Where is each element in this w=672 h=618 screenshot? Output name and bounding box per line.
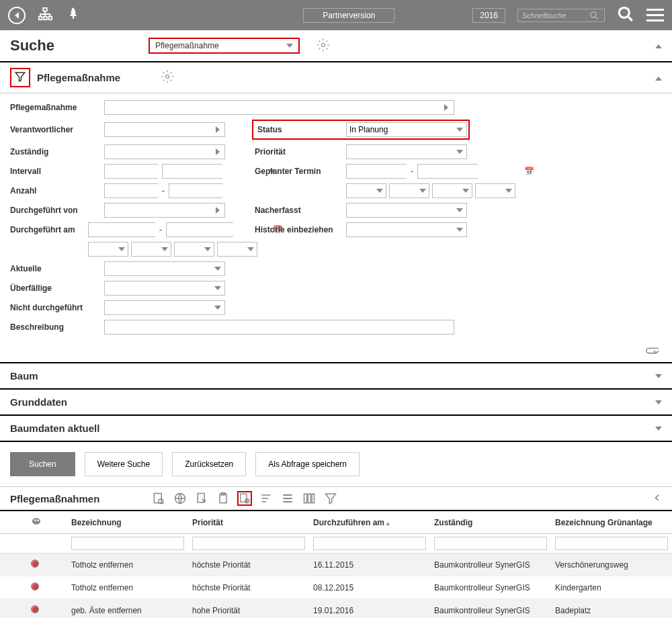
field-termin-from[interactable]: 📅 — [346, 164, 407, 179]
collapse-toggle[interactable] — [655, 73, 662, 83]
input-nicht-durchgefuehrt[interactable] — [105, 301, 211, 314]
table-row[interactable]: geb. Äste entfernen hohe Priorität 19.01… — [0, 599, 672, 619]
input-prioritaet[interactable] — [347, 145, 453, 159]
input-ueberfaellige[interactable] — [105, 281, 211, 295]
search-type-dropdown[interactable]: Pflegemaßnahme — [149, 38, 300, 54]
field-anzahl-to[interactable] — [169, 183, 222, 198]
gear-icon[interactable] — [317, 38, 330, 54]
input-status[interactable] — [347, 123, 453, 136]
input-pflege[interactable] — [105, 101, 439, 114]
partner-version-button[interactable]: Partnerversion — [303, 8, 394, 23]
field-anzahl-from[interactable] — [104, 183, 158, 198]
field-pflege[interactable] — [104, 100, 454, 115]
sort-icon[interactable] — [259, 491, 274, 506]
input-termin-to[interactable] — [418, 165, 524, 178]
cell-zustaendig: Baumkontrolleur SynerGIS — [430, 576, 551, 599]
table-row[interactable]: Totholz entfernen höchste Priorität 16.1… — [0, 554, 672, 576]
field-aktuelle[interactable] — [104, 261, 225, 276]
col-status-icon[interactable] — [0, 511, 27, 534]
filter-gruenanlage[interactable] — [555, 537, 668, 550]
input-verantwortlicher[interactable] — [105, 123, 211, 136]
field-nacherfasst[interactable] — [346, 203, 467, 218]
dd-month-to[interactable] — [475, 183, 515, 198]
filter-icon[interactable] — [323, 491, 338, 506]
export-icon[interactable] — [194, 491, 209, 506]
collapse-toggle[interactable] — [655, 41, 662, 50]
field-intervall-2[interactable] — [162, 164, 222, 179]
sitemap-icon[interactable] — [38, 7, 52, 24]
accordion-baumdaten[interactable]: Baumdaten aktuell — [0, 414, 672, 442]
filter-durchzufuehren[interactable] — [313, 537, 426, 550]
field-historie[interactable] — [346, 222, 467, 237]
input-durchgefuehrt-von[interactable] — [105, 204, 211, 217]
menu-button[interactable] — [646, 9, 664, 21]
accordion-baum[interactable]: Baum — [0, 362, 672, 388]
chevron-down-icon — [655, 400, 662, 404]
dd-day-to[interactable] — [432, 183, 472, 198]
prev-page-button[interactable] — [653, 493, 662, 504]
calendar-icon[interactable]: 📅 — [524, 167, 534, 176]
results-table: Bezeichnung Priorität Durchzuführen am Z… — [0, 511, 672, 618]
col-prioritaet[interactable]: Priorität — [188, 511, 309, 534]
clipboard-icon[interactable] — [216, 491, 230, 506]
input-aktuelle[interactable] — [105, 262, 211, 275]
table-row[interactable]: Totholz entfernen höchste Priorität 08.1… — [0, 576, 672, 599]
search-button[interactable] — [617, 5, 634, 25]
filter-zustaendig[interactable] — [434, 537, 547, 550]
field-status[interactable] — [346, 122, 467, 137]
back-button[interactable] — [8, 7, 26, 24]
chevron-down-icon — [655, 374, 662, 378]
col-gruenanlage[interactable]: Bezeichnung Grünanlage — [551, 511, 672, 534]
quick-search[interactable] — [517, 9, 605, 22]
globe-icon[interactable] — [173, 491, 187, 506]
quick-search-input[interactable] — [522, 11, 589, 19]
svg-rect-1 — [39, 17, 42, 20]
field-termin-to[interactable]: 📅 — [417, 164, 478, 179]
chevron-down-icon — [214, 306, 221, 310]
add-to-map-icon[interactable] — [237, 491, 252, 506]
list-icon[interactable] — [280, 491, 295, 506]
svg-point-4 — [591, 11, 596, 17]
gear-icon[interactable] — [161, 70, 174, 85]
dd-durch-day-from[interactable] — [88, 242, 128, 257]
dd-month-from[interactable] — [389, 183, 429, 198]
chevron-down-icon — [286, 44, 293, 48]
reset-filters-icon[interactable] — [0, 343, 672, 362]
input-beschreibung[interactable] — [105, 320, 454, 334]
field-beschreibung[interactable] — [104, 320, 454, 335]
col-bezeichnung[interactable]: Bezeichnung — [67, 511, 188, 534]
field-durch-am-from[interactable]: 📅 — [88, 222, 155, 237]
dd-day-from[interactable] — [346, 183, 386, 198]
save-query-button[interactable]: Als Abfrage speichern — [255, 452, 360, 476]
dd-durch-day-to[interactable] — [174, 242, 214, 257]
col-category-icon[interactable] — [27, 511, 67, 534]
field-durchgefuehrt-von[interactable] — [104, 203, 225, 218]
reset-button[interactable]: Zurücksetzen — [172, 452, 246, 476]
search-button[interactable]: Suchen — [10, 452, 75, 476]
col-zustaendig[interactable]: Zuständig — [430, 511, 551, 534]
field-nicht-durchgefuehrt[interactable] — [104, 300, 225, 315]
input-nacherfasst[interactable] — [347, 204, 453, 217]
tree-icon[interactable] — [65, 6, 81, 24]
col-durchzufuehren[interactable]: Durchzuführen am — [309, 511, 430, 534]
more-search-button[interactable]: Weitere Suche — [85, 452, 163, 476]
field-intervall-1[interactable] — [104, 164, 158, 179]
columns-icon[interactable] — [302, 491, 317, 506]
dd-durch-month-from[interactable] — [131, 242, 171, 257]
year-badge[interactable]: 2016 — [472, 8, 505, 23]
preview-icon[interactable] — [151, 491, 166, 506]
filter-prioritaet[interactable] — [192, 537, 305, 550]
dd-durch-month-to[interactable] — [217, 242, 257, 257]
input-zustaendig[interactable] — [105, 145, 211, 159]
field-prioritaet[interactable] — [346, 144, 467, 159]
filter-icon[interactable] — [10, 68, 30, 87]
accordion-title: Baum — [10, 370, 655, 382]
filter-bezeichnung[interactable] — [71, 537, 184, 550]
chevron-down-icon — [419, 189, 426, 193]
accordion-grunddaten[interactable]: Grunddaten — [0, 388, 672, 414]
field-durch-am-to[interactable]: 📅 — [166, 222, 233, 237]
field-zustaendig[interactable] — [104, 144, 225, 159]
field-verantwortlicher[interactable] — [104, 122, 225, 137]
field-ueberfaellige[interactable] — [104, 281, 225, 296]
input-historie[interactable] — [347, 223, 453, 236]
